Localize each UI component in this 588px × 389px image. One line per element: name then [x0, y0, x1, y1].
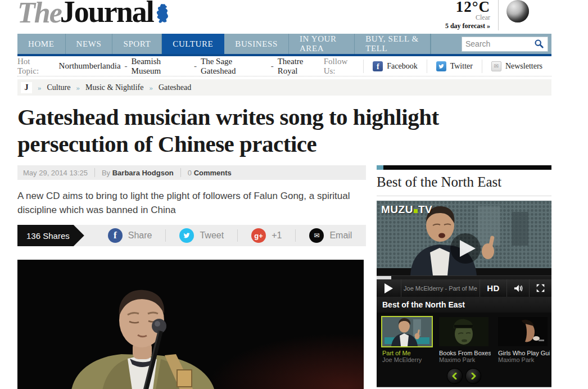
- video-frame[interactable]: MUZU TV: [377, 201, 551, 275]
- nav-search-zone: [431, 34, 551, 54]
- share-email-button[interactable]: ✉ Email: [296, 229, 365, 242]
- follow-facebook[interactable]: f Facebook: [363, 60, 426, 73]
- page: The Journal 12°C Clear 5 day forecast » …: [0, 0, 588, 389]
- playlist-thumbnails: Part of Me Joe McElderry: [377, 313, 551, 365]
- chevron-left-icon: [451, 373, 458, 379]
- thumbnail-title: Books From Boxes: [439, 350, 491, 356]
- site-header: The Journal 12°C Clear 5 day forecast »: [17, 0, 551, 34]
- nav-tab-buy-sell-tell[interactable]: BUY, SELL & TELL: [355, 34, 431, 54]
- weather-widget: 12°C Clear 5 day forecast »: [445, 0, 529, 30]
- volume-button[interactable]: [506, 279, 529, 297]
- sidebar-section-title: Best of the North East: [377, 170, 551, 196]
- comments-link[interactable]: 0 Comments: [188, 169, 232, 177]
- hot-topic-label: Hot Topic:: [17, 57, 52, 76]
- search-input[interactable]: [465, 39, 534, 48]
- newsletter-icon: ✉: [491, 61, 501, 71]
- breadcrumb-culture[interactable]: Culture: [47, 83, 71, 92]
- sidebar-blue-chip: [377, 165, 383, 170]
- player-controls: Joe McElderry - Part of Me HD: [377, 279, 551, 297]
- article-byline: By Barbara Hodgson: [102, 169, 174, 177]
- nav-tab-sport[interactable]: SPORT: [112, 34, 162, 54]
- facebook-icon: f: [108, 228, 123, 243]
- facebook-icon: f: [373, 61, 383, 71]
- thumbnail-artist: Maximo Park: [439, 356, 491, 363]
- moon-icon: [506, 0, 529, 22]
- breadcrumb-separator: »: [38, 83, 42, 92]
- thumbnail-image: [439, 317, 489, 346]
- article-image: [17, 260, 364, 389]
- play-button[interactable]: [377, 279, 401, 297]
- breadcrumb-separator: »: [149, 83, 153, 92]
- share-count-badge: 136 Shares: [17, 225, 84, 246]
- muzu-tv-logo: MUZU TV: [381, 203, 432, 216]
- video-progress-bar[interactable]: [377, 275, 551, 279]
- forecast-link[interactable]: 5 day forecast »: [445, 22, 490, 30]
- topic-link-northumberlandia[interactable]: Northumberlandia: [59, 61, 121, 71]
- breadcrumb-gateshead[interactable]: Gateshead: [159, 83, 191, 92]
- sidebar: Best of the North East: [377, 163, 551, 389]
- nav-tab-culture[interactable]: CULTURE: [162, 34, 224, 54]
- follow-facebook-label: Facebook: [387, 62, 417, 71]
- hd-button[interactable]: HD: [480, 279, 506, 297]
- author-name[interactable]: Barbara Hodgson: [112, 169, 174, 177]
- topic-link-beamish-museum[interactable]: Beamish Museum: [132, 57, 190, 76]
- nav-tab-in-your-area[interactable]: IN YOUR AREA: [289, 34, 355, 54]
- muzu-dot-icon: [414, 209, 418, 213]
- topic-separator: -: [194, 61, 197, 71]
- article-column: May 29, 2014 13:25 By Barbara Hodgson 0 …: [17, 163, 366, 389]
- video-player: MUZU TV Joe McElderry - Part of Me HD: [377, 201, 551, 387]
- nav-tab-business[interactable]: BUSINESS: [224, 34, 289, 54]
- byline-bar: May 29, 2014 13:25 By Barbara Hodgson 0 …: [17, 165, 366, 180]
- playlist-item-girls-who-play[interactable]: Girls Who Play Gui Maximo Park: [498, 317, 550, 363]
- playlist-title: Best of the North East: [377, 297, 551, 313]
- main-nav: HOME NEWS SPORT CULTURE BUSINESS IN YOUR…: [17, 34, 551, 56]
- thumbnail-artist: Maximo Park: [498, 356, 550, 363]
- twitter-icon: [436, 61, 446, 71]
- tv-text: TV: [418, 203, 432, 216]
- fullscreen-button[interactable]: [529, 279, 551, 297]
- lion-icon: [156, 3, 170, 24]
- share-bar: 136 Shares f Share Tweet g+ +1: [17, 225, 366, 246]
- prev-button[interactable]: [447, 369, 462, 383]
- topic-link-sage-gateshead[interactable]: The Sage Gateshead: [201, 57, 267, 76]
- weather-temperature: 12°C: [445, 0, 490, 13]
- follow-zone: Follow Us: f Facebook Twitter ✉ Newslett…: [324, 56, 551, 76]
- musician-photo: [17, 260, 364, 389]
- thumbnail-image: [498, 317, 548, 346]
- share-google-label: +1: [272, 230, 282, 241]
- topic-link-theatre-royal[interactable]: Theatre Royal: [278, 57, 324, 76]
- follow-newsletters[interactable]: ✉ Newsletters: [482, 60, 551, 73]
- share-googleplus-button[interactable]: g+ +1: [238, 229, 296, 242]
- nav-tab-home[interactable]: HOME: [17, 34, 66, 54]
- playlist-item-part-of-me[interactable]: Part of Me Joe McElderry: [382, 317, 432, 363]
- email-icon: ✉: [309, 228, 324, 243]
- nav-tab-news[interactable]: NEWS: [66, 34, 113, 54]
- share-twitter-label: Tweet: [200, 230, 224, 241]
- topic-separator: -: [125, 61, 128, 71]
- topic-separator: -: [271, 61, 274, 71]
- search-icon[interactable]: [534, 39, 544, 49]
- breadcrumb: J » Culture » Music & Nightlife » Gatesh…: [17, 79, 551, 96]
- share-facebook-label: Share: [128, 230, 152, 241]
- next-button[interactable]: [466, 369, 481, 383]
- follow-twitter-label: Twitter: [450, 62, 473, 71]
- twitter-icon: [179, 228, 194, 243]
- share-twitter-button[interactable]: Tweet: [166, 229, 238, 242]
- breadcrumb-music-nightlife[interactable]: Music & Nightlife: [85, 83, 143, 92]
- logo-journal: Journal: [60, 0, 153, 29]
- site-logo[interactable]: The Journal: [17, 0, 170, 29]
- hot-topic-bar: Hot Topic: Northumberlandia - Beamish Mu…: [17, 56, 551, 76]
- page-title: Gateshead musician writes song to highli…: [17, 103, 540, 157]
- follow-twitter[interactable]: Twitter: [427, 60, 482, 73]
- search-box: [462, 37, 548, 52]
- googleplus-icon: g+: [251, 228, 266, 243]
- chevron-right-icon: [470, 373, 477, 379]
- speaker-icon: [513, 284, 523, 293]
- playlist-item-books-from-boxes[interactable]: Books From Boxes Maximo Park: [439, 317, 491, 363]
- muzu-text: MUZU: [381, 203, 413, 216]
- fullscreen-icon: [536, 283, 545, 293]
- comments-label: Comments: [194, 169, 232, 177]
- share-facebook-button[interactable]: f Share: [94, 229, 166, 242]
- breadcrumb-home[interactable]: J: [21, 82, 32, 93]
- follow-newsletters-label: Newsletters: [505, 62, 542, 71]
